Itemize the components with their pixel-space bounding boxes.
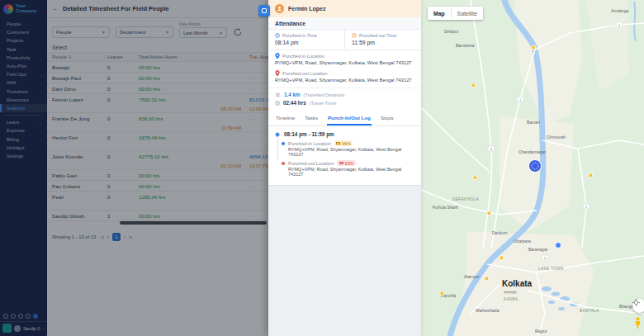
tab-timeline[interactable]: Timeline xyxy=(275,111,296,125)
modal-dim-overlay[interactable] xyxy=(0,0,268,336)
map-pin-icon xyxy=(275,70,280,77)
svg-text:Furfura Sharif: Furfura Sharif xyxy=(433,205,458,210)
log-punch-in-address: RYMQ+VPM, Road, Shyamnagar, Kolkata, Wes… xyxy=(288,147,414,157)
punch-out-time-value: 11:59 pm xyxy=(352,40,414,45)
map-pin-icon xyxy=(275,53,280,59)
distance-value: 1.4 km xyxy=(284,92,301,97)
battery-badge: 63% xyxy=(337,160,355,166)
svg-text:SERAKHOLA: SERAKHOLA xyxy=(452,197,479,201)
svg-text:Uttarpara: Uttarpara xyxy=(514,239,531,244)
drawer-header: Fermin Lopez xyxy=(268,0,421,17)
log-punch-out-address: RYMQ+VPM, Road, Shyamnagar, Kolkata, Wes… xyxy=(288,167,414,177)
punch-log-entry: 08:14 pm - 11:59 pm Punched-in Location … xyxy=(268,126,421,185)
svg-text:Kolkata: Kolkata xyxy=(502,279,533,288)
timeline-rail xyxy=(277,138,278,159)
my-location-button[interactable] xyxy=(632,299,644,313)
svg-text:Bandel: Bandel xyxy=(527,120,540,125)
punch-in-dot-icon xyxy=(282,142,285,145)
battery-icon xyxy=(336,142,340,144)
svg-text:Chinsurah: Chinsurah xyxy=(547,135,566,140)
log-time-range: 08:14 pm - 11:59 pm xyxy=(284,131,334,137)
tab-stops[interactable]: Stops xyxy=(380,111,395,125)
tab-punch-in-out-log[interactable]: Punch-In/Out Log xyxy=(327,111,372,125)
svg-text:কলকাতা: কলকাতা xyxy=(503,290,517,295)
punch-out-dot-icon xyxy=(282,162,285,165)
travel-summary: 1.4 km (Travelled Distance) 02:44 hrs (T… xyxy=(268,88,421,110)
drawer-tabs: Timeline Tasks Punch-In/Out Log Stops xyxy=(268,111,421,126)
svg-text:KASBA: KASBA xyxy=(504,297,519,301)
satellite-button[interactable]: Satellite xyxy=(452,11,483,17)
timeline-dot-icon xyxy=(275,132,280,137)
person-icon xyxy=(275,4,284,13)
drawer-person-name: Fermin Lopez xyxy=(288,6,326,12)
punch-in-address: RYMQ+VPM, Road, Shyamnagar, Kolkata, Wes… xyxy=(275,60,414,66)
clock-icon xyxy=(275,101,280,106)
punch-in-location-block: Punched-in Location RYMQ+VPM, Road, Shya… xyxy=(268,50,421,68)
punch-out-time-block: Punched-out Time 11:59 pm xyxy=(344,30,421,50)
punch-log-drawer: Fermin Lopez Attendance Punched-in Time … xyxy=(268,0,421,336)
svg-text:Maheshtala: Maheshtala xyxy=(476,308,500,313)
battery-icon xyxy=(339,162,343,164)
punch-out-location-block: Punched-out Location RYMQ+VPM, Road, Shy… xyxy=(268,68,421,88)
svg-text:LAKE TOWN: LAKE TOWN xyxy=(538,267,564,271)
drawer-toggle-button[interactable] xyxy=(258,5,270,17)
svg-text:Rajpur: Rajpur xyxy=(535,329,547,334)
clock-icon xyxy=(352,33,357,38)
crosshair-icon xyxy=(632,299,640,306)
map-type-control: Map Satellite xyxy=(428,7,483,20)
svg-text:Baranagar: Baranagar xyxy=(528,247,548,252)
distance-icon xyxy=(275,92,281,97)
attendance-section-title: Attendance xyxy=(268,17,421,30)
expand-icon xyxy=(262,8,267,13)
punch-in-time-value: 08:14 pm xyxy=(275,40,338,45)
svg-text:Bansberia: Bansberia xyxy=(456,43,475,48)
svg-text:Dankuni: Dankuni xyxy=(492,230,507,235)
map-button[interactable]: Map xyxy=(428,11,451,17)
punch-in-time-block: Punched-in Time 08:14 pm xyxy=(268,30,344,50)
svg-text:Amdanga: Amdanga xyxy=(611,8,629,13)
svg-text:Debipur: Debipur xyxy=(444,29,459,34)
map-cluster-marker[interactable] xyxy=(529,160,542,173)
tab-tasks[interactable]: Tasks xyxy=(304,111,319,125)
travel-time-value: 02:44 hrs xyxy=(283,100,306,106)
app-window: Your Company People Customers Projects T… xyxy=(0,0,644,336)
battery-badge: 96% xyxy=(334,140,353,146)
map-canvas[interactable]: 1 6 2 3 1 Debipur Bansberia Amdanga Band… xyxy=(421,0,644,336)
map-panel[interactable]: 1 6 2 3 1 Debipur Bansberia Amdanga Band… xyxy=(421,0,644,336)
map-blue-marker[interactable] xyxy=(556,243,561,248)
svg-text:Chandannagar: Chandannagar xyxy=(519,149,546,154)
svg-text:BANTALA: BANTALA xyxy=(580,309,599,313)
svg-text:Alampur: Alampur xyxy=(464,274,480,279)
punch-out-address: RYMQ+VPM, Road, Shyamnagar, Kolkata, Wes… xyxy=(275,78,414,83)
clock-icon xyxy=(275,33,280,38)
